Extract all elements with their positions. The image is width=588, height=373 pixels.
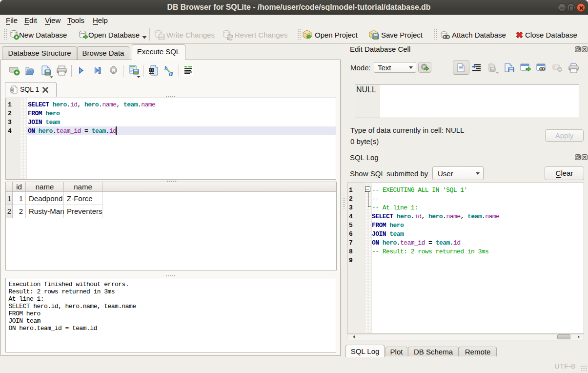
svg-text:b: b (164, 65, 168, 72)
svg-text:a: a (169, 69, 173, 78)
